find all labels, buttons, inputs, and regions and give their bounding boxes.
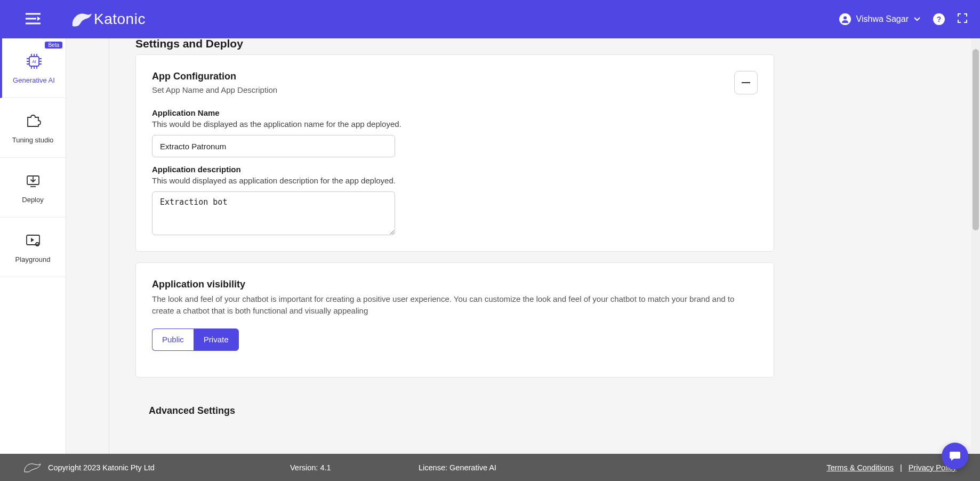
visibility-public-button[interactable]: Public bbox=[152, 328, 194, 351]
scrollbar-thumb[interactable] bbox=[973, 49, 979, 230]
minus-icon bbox=[742, 82, 750, 83]
app-name-help: This would be displayed as the applicati… bbox=[152, 119, 758, 129]
beta-badge: Beta bbox=[45, 42, 62, 49]
fullscreen-icon bbox=[958, 13, 967, 23]
app-config-heading: App Configuration bbox=[152, 71, 758, 82]
sidebar: Beta AI Generative AI Tuning studio Depl… bbox=[0, 38, 66, 481]
app-desc-help: This would displayed as application desc… bbox=[152, 176, 758, 185]
avatar-icon bbox=[839, 13, 851, 25]
puzzle-icon bbox=[24, 112, 42, 130]
app-configuration-card: App Configuration Set App Name and App D… bbox=[135, 54, 774, 252]
brand-name: Katonic bbox=[94, 11, 146, 28]
version-text: Version: 4.1 bbox=[290, 463, 331, 472]
brand-logo[interactable]: Katonic bbox=[70, 10, 146, 28]
public-label: Public bbox=[162, 335, 184, 344]
content-area: Settings and Deploy App Configuration Se… bbox=[66, 38, 980, 454]
top-navbar: Katonic Vishwa Sagar ? bbox=[0, 0, 980, 38]
deploy-icon bbox=[24, 172, 42, 190]
app-visibility-card: Application visibility The look and feel… bbox=[135, 262, 774, 378]
sidebar-item-playground[interactable]: Playground bbox=[0, 218, 66, 277]
sidebar-label: Deploy bbox=[22, 196, 43, 204]
fullscreen-button[interactable] bbox=[958, 13, 967, 25]
sidebar-label: Tuning studio bbox=[12, 136, 54, 144]
app-config-sub: Set App Name and App Description bbox=[152, 85, 758, 94]
svg-rect-6 bbox=[742, 82, 750, 83]
license-text: License: Generative AI bbox=[419, 463, 496, 472]
footer-logo-icon bbox=[23, 462, 43, 473]
user-name-label: Vishwa Sagar bbox=[856, 14, 909, 24]
chip-icon: AI bbox=[25, 52, 43, 70]
advanced-settings-heading: Advanced Settings bbox=[149, 405, 235, 416]
hamburger-icon bbox=[26, 13, 41, 25]
menu-toggle-button[interactable] bbox=[26, 13, 41, 26]
app-name-input[interactable] bbox=[152, 135, 395, 157]
sidebar-item-generative-ai[interactable]: Beta AI Generative AI bbox=[0, 38, 66, 98]
sidebar-item-tuning-studio[interactable]: Tuning studio bbox=[0, 98, 66, 158]
vertical-scrollbar[interactable] bbox=[971, 38, 980, 454]
copyright-text: Copyright 2023 Katonic Pty Ltd bbox=[48, 463, 155, 472]
svg-text:AI: AI bbox=[32, 59, 36, 64]
kangaroo-icon bbox=[70, 10, 94, 28]
visibility-toggle: Public Private bbox=[152, 328, 758, 351]
svg-point-0 bbox=[844, 17, 847, 20]
visibility-private-button[interactable]: Private bbox=[194, 328, 239, 351]
page-title: Settings and Deploy bbox=[135, 38, 243, 50]
app-name-label: Application Name bbox=[152, 108, 758, 117]
footer-separator: | bbox=[900, 463, 902, 472]
collapse-button[interactable] bbox=[734, 71, 758, 94]
app-desc-label: Application description bbox=[152, 165, 758, 174]
sidebar-item-deploy[interactable]: Deploy bbox=[0, 158, 66, 218]
chat-fab-button[interactable] bbox=[942, 443, 968, 469]
private-label: Private bbox=[204, 335, 229, 344]
chevron-down-icon bbox=[914, 17, 920, 21]
app-desc-input[interactable] bbox=[152, 191, 395, 235]
sidebar-label: Generative AI bbox=[13, 76, 55, 84]
footer: Copyright 2023 Katonic Pty Ltd Version: … bbox=[0, 454, 980, 481]
playground-icon bbox=[24, 231, 42, 250]
sidebar-label: Playground bbox=[15, 255, 51, 263]
chat-icon bbox=[949, 450, 961, 462]
visibility-heading: Application visibility bbox=[152, 279, 758, 290]
question-icon: ? bbox=[937, 15, 942, 23]
terms-link[interactable]: Terms & Conditions bbox=[826, 463, 894, 472]
user-menu[interactable]: Vishwa Sagar bbox=[839, 13, 920, 25]
visibility-sub: The look and feel of your chatbot is imp… bbox=[152, 293, 758, 317]
svg-point-5 bbox=[36, 243, 39, 246]
help-button[interactable]: ? bbox=[933, 13, 945, 25]
